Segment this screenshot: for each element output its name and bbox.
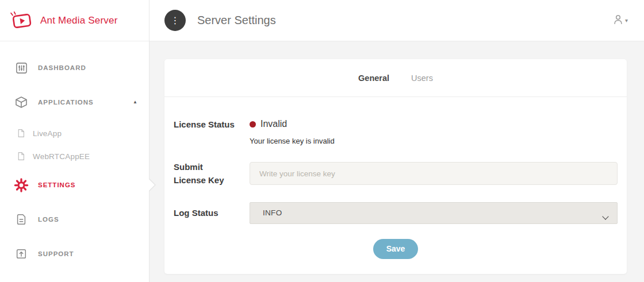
- dashboard-icon: [14, 61, 29, 75]
- user-icon: [612, 13, 624, 28]
- brand-logo[interactable]: Ant Media Server: [0, 0, 149, 41]
- sidebar-item-liveapp[interactable]: LiveApp: [0, 122, 149, 145]
- status-dot-invalid: [250, 121, 256, 128]
- sidebar: Ant Media Server DASHBOARD: [0, 0, 150, 282]
- ant-media-logo-icon: [9, 11, 34, 30]
- collapse-caret-icon[interactable]: ▲: [133, 100, 137, 105]
- license-status-label: License Status: [174, 118, 250, 131]
- settings-tabs: General Users: [164, 59, 627, 97]
- sidebar-menu: DASHBOARD APPLICATIONS ▲: [0, 41, 149, 271]
- page-title: Server Settings: [197, 14, 276, 27]
- file-icon: [16, 151, 26, 161]
- sidebar-item-label: DASHBOARD: [38, 64, 86, 71]
- menu-toggle-button[interactable]: ⋮: [164, 10, 186, 31]
- sidebar-item-applications[interactable]: APPLICATIONS ▲: [0, 85, 149, 119]
- settings-card: General Users License Status Invalid You…: [164, 59, 627, 274]
- chevron-down-icon: ▾: [625, 17, 628, 24]
- top-bar: ⋮ Server Settings ▾: [150, 0, 644, 41]
- sidebar-item-logs[interactable]: LOGS: [0, 202, 149, 237]
- file-icon: [16, 128, 26, 138]
- sidebar-item-label: WebRTCAppEE: [33, 152, 90, 161]
- sidebar-item-label: SETTINGS: [38, 181, 76, 188]
- active-item-pointer: [149, 178, 156, 192]
- kebab-menu-icon: ⋮: [171, 16, 180, 25]
- content-area: General Users License Status Invalid You…: [150, 41, 644, 282]
- sidebar-item-webrtcappee[interactable]: WebRTCAppEE: [0, 145, 149, 168]
- settings-form: License Status Invalid Your license key …: [164, 97, 627, 274]
- sidebar-item-label: SUPPORT: [38, 250, 74, 257]
- license-key-input[interactable]: [250, 162, 618, 185]
- license-status-row: License Status Invalid Your license key …: [174, 118, 618, 145]
- save-button[interactable]: Save: [373, 239, 419, 259]
- sidebar-item-support[interactable]: SUPPORT: [0, 237, 149, 271]
- sidebar-item-label: LiveApp: [33, 129, 62, 138]
- tab-users[interactable]: Users: [411, 74, 433, 83]
- log-status-select[interactable]: INFO: [250, 202, 618, 224]
- log-status-label: Log Status: [174, 206, 250, 219]
- app-window: Ant Media Server DASHBOARD: [0, 0, 644, 282]
- applications-icon: [14, 95, 29, 109]
- user-menu[interactable]: ▾: [612, 13, 628, 28]
- tab-general[interactable]: General: [358, 74, 389, 83]
- sidebar-item-dashboard[interactable]: DASHBOARD: [0, 51, 149, 85]
- license-status-description: Your license key is invalid: [250, 137, 618, 145]
- sidebar-item-label: LOGS: [38, 216, 59, 223]
- save-row: Save: [174, 239, 618, 259]
- gear-icon: [14, 177, 29, 193]
- sidebar-item-label: APPLICATIONS: [38, 99, 94, 106]
- logs-icon: [14, 213, 29, 226]
- license-key-label: Submit License Key: [174, 160, 250, 187]
- log-status-row: Log Status INFO: [174, 202, 618, 224]
- license-key-row: Submit License Key: [174, 160, 618, 187]
- sidebar-item-settings[interactable]: SETTINGS: [0, 168, 149, 202]
- license-status-value: Invalid: [260, 119, 287, 129]
- brand-name: Ant Media Server: [40, 15, 118, 26]
- main-area: ⋮ Server Settings ▾ General Users: [150, 0, 644, 282]
- support-icon: [14, 248, 29, 260]
